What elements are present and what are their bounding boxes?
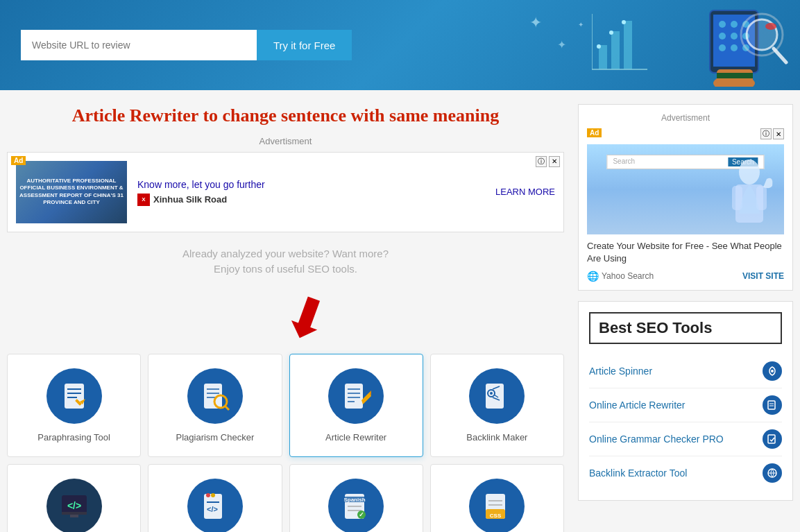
svg-rect-21 <box>717 73 753 78</box>
seo-tool-item-grammar[interactable]: Online Grammar Checker PRO <box>589 422 782 456</box>
sidebar-ad-label: Advertisment <box>587 113 784 123</box>
tool-card-css[interactable]: CSS Best CSS Minifier <box>430 464 564 532</box>
seo-tool-link-grammar[interactable]: Online Grammar Checker PRO <box>589 434 724 445</box>
sidebar-ad-info-btn[interactable]: ⓘ <box>760 128 772 139</box>
seo-tool-item-backlink[interactable]: Backlink Extractor Tool <box>589 456 782 490</box>
tool-rewriter-label: Article Rewriter <box>325 432 386 443</box>
seo-tool-icon-backlink <box>763 463 782 483</box>
svg-rect-1 <box>611 31 620 69</box>
seo-tool-icon-rewriter <box>763 395 782 415</box>
tool-card-metatag[interactable]: </> Meta Tag Generator <box>7 464 141 532</box>
seo-tool-item-rewriter[interactable]: Online Article Rewriter <box>589 388 782 422</box>
sidebar-ad-close-btn[interactable]: ✕ <box>773 128 784 139</box>
svg-point-70 <box>739 160 760 185</box>
svg-point-6 <box>609 31 613 35</box>
ad-company-logo: X <box>137 194 150 206</box>
svg-text:</>: </> <box>207 505 218 513</box>
svg-point-23 <box>747 19 777 50</box>
svg-line-24 <box>774 49 786 62</box>
arrow-container: ⬇ <box>7 291 564 347</box>
sidebar-ad-footer: 🌐 Yahoo Search VISIT SITE <box>587 271 784 282</box>
tool-card-plagiarism[interactable]: Plagiarism Checker <box>148 354 282 457</box>
svg-rect-20 <box>717 69 753 83</box>
tools-grid: Paraphrasing Tool Plagiarism Checker <box>7 354 564 532</box>
sidebar-ad-inner: Ad ⓘ ✕ Search Search <box>587 128 784 282</box>
svg-point-14 <box>731 33 738 40</box>
header-chart-icon <box>592 3 731 87</box>
header-hand-icon <box>696 3 779 89</box>
svg-point-11 <box>731 21 738 28</box>
svg-rect-38 <box>345 384 363 409</box>
svg-point-74 <box>771 370 774 372</box>
sidebar-ad-visit-btn[interactable]: VISIT SITE <box>742 271 784 281</box>
sidebar-ad-image: Search Search <box>587 144 784 234</box>
content-right: Advertisment Ad ⓘ ✕ Search Search <box>578 104 793 532</box>
tool-card-spanish[interactable]: Spanish ✓ Spanish Checker <box>289 464 423 532</box>
svg-text:</>: </> <box>67 500 81 511</box>
seo-tool-link-rewriter[interactable]: Online Article Rewriter <box>589 400 686 411</box>
tool-card-backlink[interactable]: Backlink Maker <box>430 354 564 457</box>
svg-point-15 <box>742 33 749 40</box>
url-input[interactable] <box>21 30 257 60</box>
svg-point-7 <box>622 20 626 24</box>
ad-link[interactable]: Know more, let you go further <box>137 179 265 190</box>
svg-point-55 <box>211 493 215 497</box>
tool-paraphrasing-label: Paraphrasing Tool <box>37 432 110 443</box>
seo-tool-item-spinner[interactable]: Article Spinner <box>589 354 782 388</box>
svg-rect-2 <box>624 21 632 69</box>
promo-area: Already analyzed your website? Want more… <box>7 246 564 347</box>
ad-image-text: AUTHORITATIVE PROFESSIONAL OFFICIAL BUSI… <box>19 178 124 207</box>
tool-icon-metatag: </> <box>46 479 102 532</box>
svg-rect-8 <box>710 10 758 73</box>
svg-rect-0 <box>599 45 607 69</box>
svg-text:CSS: CSS <box>490 513 502 519</box>
svg-rect-51 <box>70 515 78 517</box>
ad-company: X Xinhua Silk Road <box>137 194 485 206</box>
sidebar-ad-source: 🌐 Yahoo Search <box>587 271 654 282</box>
tool-icon-css: CSS <box>469 479 525 532</box>
svg-rect-27 <box>65 384 84 409</box>
ad-content: Know more, let you go further X Xinhua S… <box>137 178 485 206</box>
svg-rect-78 <box>768 435 775 443</box>
tool-card-metatags[interactable]: </> Meta Tags Analyzer <box>148 464 282 532</box>
header: Try it for Free ✦ ✦ ✦ <box>0 0 800 90</box>
svg-point-19 <box>713 75 755 87</box>
svg-point-12 <box>742 21 749 28</box>
sidebar-ad-badge: Ad <box>587 128 602 137</box>
ad-label: Advertisment <box>7 136 564 146</box>
svg-point-22 <box>741 14 783 55</box>
ad-image: AUTHORITATIVE PROFESSIONAL OFFICIAL BUSI… <box>16 161 127 223</box>
ad-close-button[interactable]: ✕ <box>549 156 560 167</box>
tool-plagiarism-label: Plagiarism Checker <box>176 432 255 443</box>
globe-icon: 🌐 <box>587 271 599 282</box>
svg-line-37 <box>225 406 229 410</box>
ad-controls: ⓘ ✕ <box>536 156 560 167</box>
svg-point-13 <box>719 33 726 40</box>
svg-rect-75 <box>768 401 775 409</box>
try-free-button[interactable]: Try it for Free <box>257 30 352 60</box>
tool-icon-spanish: Spanish ✓ <box>328 479 384 532</box>
tool-icon-metatags: </> <box>187 479 243 532</box>
svg-point-5 <box>597 44 601 49</box>
sparkle-icon-3: ✦ <box>578 21 584 28</box>
tool-card-rewriter[interactable]: Article Rewriter <box>289 354 423 457</box>
svg-rect-50 <box>62 512 87 515</box>
sparkle-icon-2: ✦ <box>557 38 566 51</box>
tool-card-paraphrasing[interactable]: Paraphrasing Tool <box>7 354 141 457</box>
ad-banner[interactable]: Ad AUTHORITATIVE PROFESSIONAL OFFICIAL B… <box>7 152 564 232</box>
sidebar-ad-caption: Create Your Website for Free - See What … <box>587 240 784 265</box>
sidebar-ad-controls: ⓘ ✕ <box>760 128 784 139</box>
svg-point-17 <box>731 44 738 51</box>
svg-point-18 <box>742 44 749 51</box>
tool-icon-rewriter <box>328 368 384 424</box>
seo-tools-box: Best SEO Tools Article Spinner Online Ar… <box>578 301 793 501</box>
seo-tool-link-spinner[interactable]: Article Spinner <box>589 366 652 377</box>
tool-icon-backlink <box>469 368 525 424</box>
seo-tool-link-backlink[interactable]: Backlink Extractor Tool <box>589 467 687 479</box>
svg-point-26 <box>765 23 776 30</box>
header-search-icon <box>724 7 793 79</box>
ad-learn-more-link[interactable]: LEARN MORE <box>495 187 555 197</box>
page-title: Article Rewriter to change sentence with… <box>7 104 564 128</box>
svg-point-54 <box>206 493 210 497</box>
ad-info-button[interactable]: ⓘ <box>536 156 547 167</box>
